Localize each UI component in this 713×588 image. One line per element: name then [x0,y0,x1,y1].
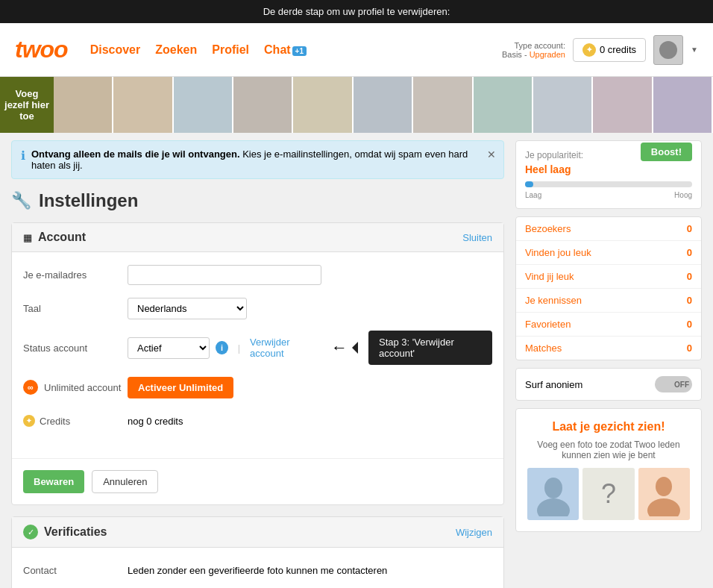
stat-vind-jij-label: Vind jij leuk [525,271,574,282]
face-card-text: Voeg een foto toe zodat Twoo leden kunne… [527,440,690,460]
stats-card: Bezoekers 0 Vinden jou leuk 0 Vind jij l… [515,216,702,360]
info-banner-bold: Ontvang alleen de mails die je wil ontva… [31,148,240,160]
unlimited-row: ∞ Unlimited account Activeer Unlimited [23,376,492,398]
face-photos: ? [527,468,690,520]
credits-coin-sm-icon: ✦ [23,415,35,427]
status-info-icon[interactable]: i [216,341,227,354]
credits-label: ✦ Credits [23,415,128,427]
photo-strip: Voeg jezelf hier toe [0,77,713,133]
popularity-progress [525,181,692,187]
surf-anon-card: Surf anoniem OFF [515,368,702,401]
nav-profiel[interactable]: Profiel [212,43,249,57]
avatar-button[interactable] [653,35,683,65]
stat-vinden-jou-value: 0 [687,247,692,258]
credits-label-inner: ✦ Credits [23,415,128,427]
language-select[interactable]: Nederlands English Français Deutsch Espa… [128,298,247,319]
upgrade-link[interactable]: Upgraden [530,50,565,59]
account-dropdown-arrow[interactable]: ▼ [691,46,698,54]
unlimited-label: ∞ Unlimited account [23,380,128,395]
stat-matches-label: Matches [525,343,562,354]
photo-thumb [413,77,473,133]
status-row: Status account Actief Inactief i | Verwi… [23,331,492,365]
settings-title: Instellingen [39,190,138,211]
photo-thumb [113,77,173,133]
stat-vind-jij[interactable]: Vind jij leuk 0 [516,265,701,289]
save-button[interactable]: Bewaren [23,470,84,493]
info-banner-text: Ontvang alleen de mails die je wil ontva… [31,148,494,171]
account-close-link[interactable]: Sluiten [462,232,492,243]
popularity-value: Heel laag [525,163,692,175]
email-control [128,265,492,285]
photo-thumb [233,77,293,133]
credits-count: 0 credits [600,44,636,55]
activate-unlimited-button[interactable]: Activeer Unlimited [128,377,233,398]
stat-bezoekers[interactable]: Bezoekers 0 [516,217,701,241]
verificaties-section-header: ✓ Verificaties Wijzigen [12,517,503,548]
form-divider [12,458,503,459]
account-type: Type account: Basis - Upgraden [502,41,565,59]
status-row-inner: Actief Inactief i | Verwijder account ← … [128,331,492,365]
verificaties-edit-link[interactable]: Wijzigen [456,527,492,538]
photo-strip-photos [54,77,713,133]
face-card-title: Laat je gezicht zien! [527,420,690,434]
stat-favorieten[interactable]: Favorieten 0 [516,313,701,337]
add-photo-button[interactable]: Voeg jezelf hier toe [0,77,54,133]
photo-thumb [293,77,353,133]
top-banner: De derde stap om uw profiel te verwijder… [0,0,713,23]
face-card: Laat je gezicht zien! Voeg een foto toe … [515,408,702,532]
photo-thumb [533,77,593,133]
stat-vind-jij-value: 0 [687,271,692,282]
photo-thumb [474,77,533,133]
face-photo-female [638,468,690,520]
photo-thumb [174,77,233,133]
info-banner: ℹ Ontvang alleen de mails die je wil ont… [11,140,504,179]
stat-bezoekers-value: 0 [687,223,692,234]
nav-discover[interactable]: Discover [90,43,141,57]
progress-labels: Laag Hoog [525,191,692,199]
verificaties-body: Contact Leden zonder een geverifieerde f… [12,548,503,588]
verificaties-section: ✓ Verificaties Wijzigen Contact Leden zo… [11,516,504,588]
status-select[interactable]: Actief Inactief [128,337,210,359]
avatar-icon [659,41,677,59]
language-control: Nederlands English Français Deutsch Espa… [128,298,492,319]
verificaties-check-icon: ✓ [23,525,38,539]
surf-anon-toggle[interactable]: OFF [655,376,692,392]
stat-kennissen-value: 0 [687,295,692,306]
boost-button[interactable]: Boost! [641,143,692,161]
add-photo-label: Voeg jezelf hier toe [4,88,50,122]
email-input[interactable] [128,265,321,285]
male-silhouette [531,472,576,516]
progress-low-label: Laag [525,191,541,199]
photo-thumb [593,77,653,133]
photo-thumb [354,77,413,133]
surf-anon-label: Surf anoniem [525,379,582,390]
nav-zoeken[interactable]: Zoeken [155,43,197,57]
female-silhouette [641,472,686,516]
verificaties-header-left: ✓ Verificaties [23,525,107,539]
info-icon: ℹ [21,148,25,163]
svg-point-3 [647,498,680,516]
account-section: ▦ Account Sluiten Je e-mailadres Taal [11,222,504,505]
stat-kennissen[interactable]: Je kennissen 0 [516,289,701,313]
status-control: Actief Inactief i | Verwijder account ← … [128,331,492,365]
cancel-button[interactable]: Annuleren [92,470,158,493]
stat-favorieten-label: Favorieten [525,319,571,330]
credits-button[interactable]: ✦ 0 credits [573,38,646,62]
stat-vinden-jou[interactable]: Vinden jou leuk 0 [516,241,701,265]
svg-point-1 [537,498,570,516]
face-photo-male [527,468,579,520]
info-banner-close[interactable]: ✕ [487,148,496,160]
stat-matches[interactable]: Matches 0 [516,337,701,360]
logo[interactable]: twoo [15,36,68,63]
nav-chat[interactable]: Chat+1 [264,43,307,57]
arrow-left-icon: ← [331,338,348,357]
credits-row: ✦ Credits nog 0 credits [23,410,492,432]
contact-value: Leden zonder een geverifieerde foto kunn… [128,565,492,576]
logo-text: twoo [15,36,68,63]
stat-bezoekers-label: Bezoekers [525,223,571,234]
contact-row: Contact Leden zonder een geverifieerde f… [23,559,492,581]
unlimited-icon: ∞ [23,380,38,395]
right-sidebar: Je populariteit: Boost! Heel laag Laag H… [515,140,702,588]
unlimited-control: Activeer Unlimited [128,377,492,398]
delete-account-link[interactable]: Verwijder account [250,337,319,359]
